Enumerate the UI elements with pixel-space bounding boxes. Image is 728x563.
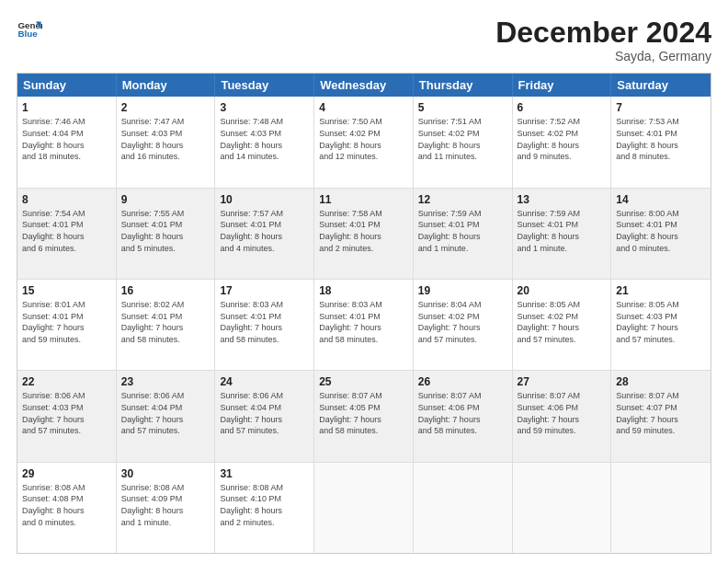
cell-info: Sunrise: 7:50 AM Sunset: 4:02 PM Dayligh… — [319, 116, 408, 162]
calendar-cell-20: 20Sunrise: 8:05 AM Sunset: 4:02 PM Dayli… — [513, 280, 612, 370]
calendar-cell-10: 10Sunrise: 7:57 AM Sunset: 4:01 PM Dayli… — [215, 189, 314, 279]
header-day-wednesday: Wednesday — [314, 74, 414, 97]
calendar: SundayMondayTuesdayWednesdayThursdayFrid… — [17, 73, 711, 554]
day-number: 2 — [121, 100, 210, 115]
calendar-cell-16: 16Sunrise: 8:02 AM Sunset: 4:01 PM Dayli… — [117, 280, 216, 370]
day-number: 8 — [22, 192, 111, 207]
cell-info: Sunrise: 8:06 AM Sunset: 4:03 PM Dayligh… — [22, 390, 111, 436]
cell-info: Sunrise: 8:08 AM Sunset: 4:10 PM Dayligh… — [220, 482, 309, 528]
calendar-cell-19: 19Sunrise: 8:04 AM Sunset: 4:02 PM Dayli… — [414, 280, 513, 370]
title-block: December 2024 Sayda, Germany — [495, 17, 711, 63]
day-number: 4 — [319, 100, 408, 115]
calendar-cell-9: 9Sunrise: 7:55 AM Sunset: 4:01 PM Daylig… — [117, 189, 216, 279]
calendar-row-3: 22Sunrise: 8:06 AM Sunset: 4:03 PM Dayli… — [17, 370, 711, 461]
svg-text:Blue: Blue — [17, 29, 38, 39]
cell-info: Sunrise: 7:55 AM Sunset: 4:01 PM Dayligh… — [121, 208, 210, 254]
cell-info: Sunrise: 8:07 AM Sunset: 4:06 PM Dayligh… — [418, 390, 507, 436]
calendar-cell-empty — [314, 463, 414, 553]
calendar-cell-4: 4Sunrise: 7:50 AM Sunset: 4:02 PM Daylig… — [314, 97, 414, 187]
day-number: 5 — [418, 100, 507, 115]
calendar-cell-2: 2Sunrise: 7:47 AM Sunset: 4:03 PM Daylig… — [117, 97, 216, 187]
calendar-row-4: 29Sunrise: 8:08 AM Sunset: 4:08 PM Dayli… — [17, 462, 711, 553]
day-number: 23 — [121, 374, 210, 389]
cell-info: Sunrise: 7:47 AM Sunset: 4:03 PM Dayligh… — [121, 116, 210, 162]
calendar-cell-22: 22Sunrise: 8:06 AM Sunset: 4:03 PM Dayli… — [17, 371, 117, 461]
calendar-cell-11: 11Sunrise: 7:58 AM Sunset: 4:01 PM Dayli… — [314, 189, 414, 279]
cell-info: Sunrise: 8:05 AM Sunset: 4:02 PM Dayligh… — [518, 299, 607, 345]
calendar-cell-15: 15Sunrise: 8:01 AM Sunset: 4:01 PM Dayli… — [17, 280, 117, 370]
cell-info: Sunrise: 7:48 AM Sunset: 4:03 PM Dayligh… — [220, 116, 309, 162]
calendar-cell-empty — [513, 463, 612, 553]
day-number: 11 — [319, 192, 408, 207]
calendar-cell-empty — [611, 463, 711, 553]
calendar-cell-30: 30Sunrise: 8:08 AM Sunset: 4:09 PM Dayli… — [117, 463, 216, 553]
calendar-cell-18: 18Sunrise: 8:03 AM Sunset: 4:01 PM Dayli… — [314, 280, 414, 370]
header-day-friday: Friday — [513, 74, 612, 97]
cell-info: Sunrise: 8:04 AM Sunset: 4:02 PM Dayligh… — [418, 299, 507, 345]
cell-info: Sunrise: 8:01 AM Sunset: 4:01 PM Dayligh… — [22, 299, 111, 345]
day-number: 28 — [616, 374, 706, 389]
cell-info: Sunrise: 8:07 AM Sunset: 4:06 PM Dayligh… — [518, 390, 607, 436]
header: General Blue December 2024 Sayda, German… — [17, 17, 711, 63]
logo-icon: General Blue — [17, 17, 42, 42]
day-number: 25 — [319, 374, 408, 389]
cell-info: Sunrise: 7:54 AM Sunset: 4:01 PM Dayligh… — [22, 208, 111, 254]
cell-info: Sunrise: 7:57 AM Sunset: 4:01 PM Dayligh… — [220, 208, 309, 254]
calendar-cell-21: 21Sunrise: 8:05 AM Sunset: 4:03 PM Dayli… — [611, 280, 711, 370]
cell-info: Sunrise: 8:06 AM Sunset: 4:04 PM Dayligh… — [121, 390, 210, 436]
day-number: 1 — [22, 100, 111, 115]
calendar-cell-23: 23Sunrise: 8:06 AM Sunset: 4:04 PM Dayli… — [117, 371, 216, 461]
cell-info: Sunrise: 8:00 AM Sunset: 4:01 PM Dayligh… — [616, 208, 706, 254]
day-number: 22 — [22, 374, 111, 389]
calendar-row-0: 1Sunrise: 7:46 AM Sunset: 4:04 PM Daylig… — [17, 97, 711, 187]
day-number: 12 — [418, 192, 507, 207]
day-number: 31 — [220, 466, 309, 481]
calendar-cell-29: 29Sunrise: 8:08 AM Sunset: 4:08 PM Dayli… — [17, 463, 117, 553]
calendar-cell-26: 26Sunrise: 8:07 AM Sunset: 4:06 PM Dayli… — [414, 371, 513, 461]
day-number: 27 — [518, 374, 607, 389]
cell-info: Sunrise: 8:03 AM Sunset: 4:01 PM Dayligh… — [319, 299, 408, 345]
calendar-cell-27: 27Sunrise: 8:07 AM Sunset: 4:06 PM Dayli… — [513, 371, 612, 461]
day-number: 10 — [220, 192, 309, 207]
calendar-cell-25: 25Sunrise: 8:07 AM Sunset: 4:05 PM Dayli… — [314, 371, 414, 461]
calendar-cell-7: 7Sunrise: 7:53 AM Sunset: 4:01 PM Daylig… — [611, 97, 711, 187]
calendar-row-2: 15Sunrise: 8:01 AM Sunset: 4:01 PM Dayli… — [17, 279, 711, 370]
calendar-body: 1Sunrise: 7:46 AM Sunset: 4:04 PM Daylig… — [17, 97, 711, 553]
header-day-thursday: Thursday — [414, 74, 513, 97]
cell-info: Sunrise: 8:05 AM Sunset: 4:03 PM Dayligh… — [616, 299, 706, 345]
day-number: 29 — [22, 466, 111, 481]
page: General Blue December 2024 Sayda, German… — [0, 0, 728, 563]
cell-info: Sunrise: 8:03 AM Sunset: 4:01 PM Dayligh… — [220, 299, 309, 345]
subtitle: Sayda, Germany — [495, 49, 711, 63]
cell-info: Sunrise: 8:07 AM Sunset: 4:07 PM Dayligh… — [616, 390, 706, 436]
calendar-cell-8: 8Sunrise: 7:54 AM Sunset: 4:01 PM Daylig… — [17, 189, 117, 279]
cell-info: Sunrise: 7:46 AM Sunset: 4:04 PM Dayligh… — [22, 116, 111, 162]
day-number: 26 — [418, 374, 507, 389]
calendar-cell-12: 12Sunrise: 7:59 AM Sunset: 4:01 PM Dayli… — [414, 189, 513, 279]
cell-info: Sunrise: 8:08 AM Sunset: 4:08 PM Dayligh… — [22, 482, 111, 528]
day-number: 3 — [220, 100, 309, 115]
cell-info: Sunrise: 7:58 AM Sunset: 4:01 PM Dayligh… — [319, 208, 408, 254]
cell-info: Sunrise: 7:53 AM Sunset: 4:01 PM Dayligh… — [616, 116, 706, 162]
day-number: 7 — [616, 100, 706, 115]
calendar-cell-13: 13Sunrise: 7:59 AM Sunset: 4:01 PM Dayli… — [513, 189, 612, 279]
day-number: 19 — [418, 283, 507, 298]
cell-info: Sunrise: 7:59 AM Sunset: 4:01 PM Dayligh… — [418, 208, 507, 254]
calendar-cell-28: 28Sunrise: 8:07 AM Sunset: 4:07 PM Dayli… — [611, 371, 711, 461]
day-number: 15 — [22, 283, 111, 298]
calendar-cell-3: 3Sunrise: 7:48 AM Sunset: 4:03 PM Daylig… — [215, 97, 314, 187]
day-number: 16 — [121, 283, 210, 298]
cell-info: Sunrise: 8:07 AM Sunset: 4:05 PM Dayligh… — [319, 390, 408, 436]
calendar-cell-14: 14Sunrise: 8:00 AM Sunset: 4:01 PM Dayli… — [611, 189, 711, 279]
calendar-row-1: 8Sunrise: 7:54 AM Sunset: 4:01 PM Daylig… — [17, 188, 711, 279]
header-day-tuesday: Tuesday — [215, 74, 314, 97]
day-number: 6 — [518, 100, 607, 115]
calendar-cell-31: 31Sunrise: 8:08 AM Sunset: 4:10 PM Dayli… — [215, 463, 314, 553]
logo: General Blue — [17, 17, 42, 42]
calendar-cell-6: 6Sunrise: 7:52 AM Sunset: 4:02 PM Daylig… — [513, 97, 612, 187]
day-number: 20 — [518, 283, 607, 298]
cell-info: Sunrise: 7:59 AM Sunset: 4:01 PM Dayligh… — [518, 208, 607, 254]
calendar-cell-17: 17Sunrise: 8:03 AM Sunset: 4:01 PM Dayli… — [215, 280, 314, 370]
calendar-cell-24: 24Sunrise: 8:06 AM Sunset: 4:04 PM Dayli… — [215, 371, 314, 461]
day-number: 21 — [616, 283, 706, 298]
